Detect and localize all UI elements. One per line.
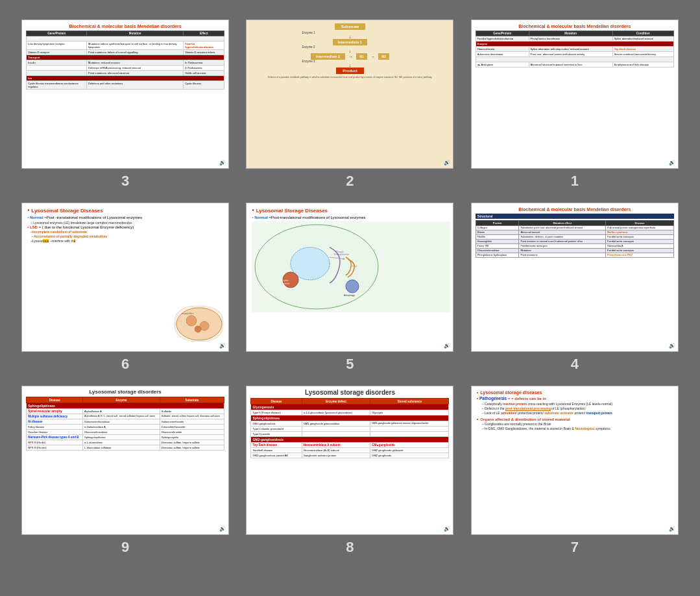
slide-number-3: 3 (121, 173, 129, 190)
slide2-pathway: Substrate Enzyme 1 ↓ Intermediate 1 Enzy… (247, 20, 453, 168)
slide-thumb-6[interactable]: • Lysosomal Storage Diseases • Normal =P… (21, 203, 229, 352)
slide7-item1: – Catalytically inactive protein cross-r… (482, 402, 673, 406)
slide2-enzyme3: Enzyme 3 (302, 60, 315, 63)
slide5-bullet-dot: • (252, 207, 254, 214)
slide-number-1: 1 (571, 173, 579, 190)
speaker-icon-2: 🔊 (444, 160, 450, 166)
speaker-icon-5: 🔊 (444, 343, 450, 349)
svg-point-3 (195, 326, 201, 332)
slide-number-5: 5 (346, 356, 354, 373)
slide-cell-3: Biochemical & molecular basis Mendelian … (19, 19, 231, 190)
slide7-organs-item2: – In GM1, GM2 Gangliosidoses, the materi… (482, 427, 673, 430)
slide-thumb-8[interactable]: Lysosomal storage disorders DiseaseEnzym… (246, 386, 453, 535)
slide-cell-5: • Lysosomal Storage Diseases • Normal =P… (244, 203, 455, 373)
slide2-enzyme2: Enzyme 2 (302, 45, 315, 49)
slide9-title: Lysosomal storage disorders (26, 389, 224, 395)
slide2-arrow2: ↓ (349, 49, 352, 53)
slide-thumb-1[interactable]: Biochemical & molecular basis Mendelian … (471, 19, 679, 169)
slide-thumb-2[interactable]: Substrate Enzyme 1 ↓ Intermediate 1 Enzy… (246, 19, 453, 169)
speaker-icon-8: 🔊 (444, 526, 450, 532)
slide7-defects: = defects can be in (511, 397, 546, 401)
slide8-title: Lysosomal storage disorders (250, 389, 449, 396)
slide7-organs-title: Organs affected & distribution of stored… (480, 417, 570, 421)
slide2-m-arrow: → (370, 55, 375, 59)
slide1-title: Biochemical & molecular basis Mendelian … (476, 24, 674, 29)
slide-cell-4: Biochemical & molecular basis Mendelian … (469, 203, 681, 373)
slide7-title: Lysosomal storage diseases (480, 390, 542, 395)
slide7-organs-row: • Organs affected & distribution of stor… (477, 417, 673, 421)
slide-cell-6: • Lysosomal Storage Diseases • Normal =P… (19, 203, 231, 373)
slide6-normal: • Normal =Post -translational modificati… (27, 216, 223, 219)
slide7-pathogenesis: Pathogenesis (479, 396, 507, 401)
slide6-content: • Lysosomal Storage Diseases • Normal =P… (22, 203, 228, 351)
slide5-normal: • Normal =Post-translational modificatio… (252, 216, 450, 219)
slide6-bullet2: –incomplete catabolism of substrate (30, 230, 223, 234)
slide7-organs-item1: – Gangliosides are normally present in t… (482, 422, 673, 426)
speaker-icon-9: 🔊 (219, 526, 226, 532)
slide2-side-arrow: → (348, 55, 353, 59)
slide2-arrow1: ↓ (349, 34, 352, 39)
slide-grid: Biochemical & molecular basis Mendelian … (13, 13, 687, 562)
slide2-m2: M2 (378, 53, 389, 60)
slide2-int2-row: Intermediate 2 → M1 → M2 (311, 53, 389, 60)
speaker-icon-7: 🔊 (669, 526, 675, 532)
slide2-int1: Intermediate 1 (333, 39, 367, 45)
slide-number-6: 6 (121, 356, 129, 373)
slide6-bullet3: →Accumulation of partially degraded meta… (30, 234, 223, 238)
slide6-lsd: • LSD = ( due to the functional Lysosoma… (27, 225, 223, 229)
slide4-title: Biochemical & molecular basis Mendelian … (476, 207, 674, 212)
slide3-table: Gene/ProteinMutationEffect Receptor Low-… (26, 31, 224, 90)
slide5-content: • Lysosomal Storage Diseases • Normal =P… (247, 203, 453, 351)
svg-text:Autophagy: Autophagy (344, 294, 355, 297)
slide5-diagram: Rough Endoplasmic Golgi Lyso- some Autop… (252, 221, 450, 312)
speaker-icon-1: 🔊 (669, 160, 675, 166)
slide7-item3: – Lack of LE activation/ protective prot… (482, 411, 673, 415)
slide-cell-2: Substrate Enzyme 1 ↓ Intermediate 1 Enzy… (244, 19, 455, 190)
speaker-icon-3: 🔊 (219, 160, 226, 166)
slide2-enzyme1: Enzyme 1 (302, 31, 315, 34)
svg-text:Golgi: Golgi (351, 264, 357, 267)
slide6-bullet4: –Lysosorous –interfere with the (30, 239, 223, 243)
slide7-content: • Lysosomal storage diseases • Pathogene… (472, 386, 678, 534)
slide-number-4: 4 (571, 356, 579, 373)
slide5-title: • Lysosomal Storage Diseases (252, 207, 450, 214)
slide6-bullet1: – Lysosomal enzymes (LE) breakdown large… (30, 221, 223, 225)
slide-cell-1: Biochemical & molecular basis Mendelian … (469, 19, 681, 190)
slide8-table: DiseaseEnzyme defectStored substance Gly… (250, 398, 449, 458)
slide4-table: ProteinMutation effectDisease CollagenSu… (476, 220, 674, 258)
slide-thumb-5[interactable]: • Lysosomal Storage Diseases • Normal =P… (246, 203, 453, 352)
svg-point-1 (186, 316, 197, 326)
slide6-diagram: organelles (175, 306, 223, 341)
slide-cell-8: Lysosomal storage disorders DiseaseEnzym… (244, 386, 455, 556)
slide1-table: Gene/ProteinMutationCondition Familial h… (476, 31, 674, 68)
slide7-path-row: • Pathogenesis = = defects can be in (477, 396, 673, 401)
svg-text:some: some (283, 282, 290, 285)
slide-thumb-7[interactable]: • Lysosomal storage diseases • Pathogene… (471, 386, 679, 535)
slide-thumb-3[interactable]: Biochemical & molecular basis Mendelian … (21, 19, 229, 169)
slide-number-2: 2 (346, 173, 354, 190)
slide8-content: Lysosomal storage disorders DiseaseEnzym… (247, 386, 453, 534)
slide7-title-row: • Lysosomal storage diseases (477, 390, 673, 395)
slide2-int2: Intermediate 2 (311, 53, 345, 60)
slide-thumb-9[interactable]: Lysosomal storage disorders DiseaseEnzym… (21, 386, 229, 535)
slide-number-9: 9 (121, 539, 129, 556)
slide-number-7: 7 (571, 539, 579, 556)
slide7-item2: – Defects in the post-translational proc… (482, 406, 673, 410)
slide9-table: DiseaseEnzymeSubstrate Sphingolipidoses … (26, 397, 224, 451)
slide2-substrate: Substrate (335, 23, 366, 30)
slide-number-8: 8 (346, 539, 354, 556)
slide2-product: Product (336, 68, 364, 74)
svg-text:organelles: organelles (182, 312, 193, 315)
svg-text:Endoplasmic: Endoplasmic (334, 253, 349, 256)
slide4-section: Structural (476, 214, 674, 219)
slide6-bullet: • (27, 207, 29, 214)
slide2-arrow3: ↓ (349, 63, 352, 68)
slide6-title: • Lysosomal Storage Diseases (27, 207, 223, 214)
slide-cell-7: • Lysosomal storage diseases • Pathogene… (469, 386, 681, 556)
slide2-m1: M1 (356, 53, 367, 60)
slide-thumb-4[interactable]: Biochemical & molecular basis Mendelian … (471, 203, 679, 352)
slide9-content: Lysosomal storage disorders DiseaseEnzym… (22, 386, 228, 534)
slide-cell-9: Lysosomal storage disorders DiseaseEnzym… (19, 386, 231, 556)
slide3-title: Biochemical & molecular basis Mendelian … (26, 24, 224, 29)
speaker-icon-4: 🔊 (669, 343, 675, 349)
